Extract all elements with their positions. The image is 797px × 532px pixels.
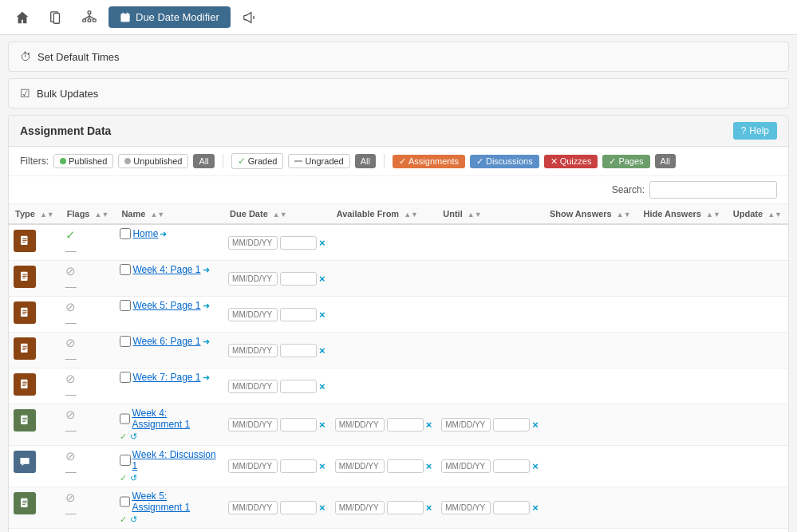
discussions-pill[interactable]: ✓ Discussions [470,155,539,168]
clear-date-button[interactable]: × [319,460,326,472]
date-input[interactable] [228,272,278,286]
all-published-filter[interactable]: All [193,154,214,168]
item-name-link[interactable]: Week 7: Page 1 [132,372,200,383]
time-input[interactable] [387,459,424,473]
date-input[interactable] [441,501,491,514]
time-input[interactable] [493,418,530,432]
date-input[interactable] [441,459,491,473]
row-select-checkbox[interactable] [120,455,130,466]
all-graded-filter[interactable]: All [355,154,376,168]
time-input[interactable] [280,344,317,357]
time-input[interactable] [280,272,317,286]
graded-filter[interactable]: ✓ Graded [231,153,284,169]
pages-nav-button[interactable] [41,3,70,32]
time-input[interactable] [280,501,317,514]
row-select-checkbox[interactable] [120,496,130,507]
th-until[interactable]: Until ▲▼ [436,204,543,224]
search-input[interactable] [649,181,777,199]
row-select-checkbox[interactable] [120,413,130,424]
row-select-checkbox[interactable] [120,372,131,383]
clear-date-button[interactable]: × [319,380,326,392]
clear-date-button[interactable]: × [319,345,326,357]
date-input[interactable] [228,236,278,250]
item-name-link[interactable]: Week 4: Assignment 1 [132,408,219,430]
all-types-filter[interactable]: All [655,154,676,168]
th-flags[interactable]: Flags ▲▼ [61,204,116,224]
time-input[interactable] [280,418,317,432]
assignments-pill[interactable]: ✓ Assignments [393,155,465,168]
item-name-link[interactable]: Week 5: Assignment 1 [132,491,219,513]
nav-arrow-icon[interactable]: ➜ [160,229,167,239]
time-input[interactable] [280,380,317,393]
time-input[interactable] [280,236,317,250]
table-row: ⊘ — Week 5: Page 1 ➜ × [9,297,788,333]
sub-redo-icon[interactable]: ↺ [130,514,137,525]
set-default-times-section[interactable]: ⏱ Set Default Times [8,41,789,72]
row-select-checkbox[interactable] [120,336,131,347]
clear-date-button[interactable]: × [319,419,326,431]
clear-date-button[interactable]: × [319,273,326,285]
time-input[interactable] [280,459,317,473]
time-input[interactable] [280,308,317,321]
ungraded-filter[interactable]: Ungraded [288,154,349,168]
sub-redo-icon[interactable]: ↺ [130,473,137,483]
nav-arrow-icon[interactable]: ➜ [203,265,210,275]
time-input[interactable] [387,418,424,432]
clear-date-button[interactable]: × [532,419,539,431]
nav-arrow-icon[interactable]: ➜ [203,301,210,311]
row-select-checkbox[interactable] [120,264,131,275]
bulk-updates-section[interactable]: ☑ Bulk Updates [8,78,789,108]
date-input[interactable] [335,418,385,432]
time-input[interactable] [387,501,424,514]
type-cell [9,333,61,368]
item-name-link[interactable]: Week 5: Page 1 [132,300,200,311]
item-name-link[interactable]: Home [132,228,158,239]
pages-pill[interactable]: ✓ Pages [602,155,649,168]
date-input[interactable] [228,501,278,514]
clear-date-button[interactable]: × [319,502,326,514]
time-input[interactable] [493,501,530,514]
date-input[interactable] [228,459,278,473]
sub-icons: ✓ ↺ [120,473,219,483]
quizzes-pill[interactable]: ✕ Quizzes [544,155,598,168]
th-type[interactable]: Type ▲▼ [9,204,61,224]
date-input[interactable] [228,418,278,432]
item-name-link[interactable]: Week 4: Page 1 [132,264,200,275]
home-nav-button[interactable] [8,3,37,32]
unpublished-filter[interactable]: Unpublished [118,154,188,168]
item-name-link[interactable]: Week 6: Page 1 [132,336,200,347]
clear-date-button[interactable]: × [532,460,539,472]
clear-date-button[interactable]: × [426,460,432,472]
th-name[interactable]: Name ▲▼ [115,204,223,224]
date-input[interactable] [228,308,278,321]
clear-date-button[interactable]: × [532,502,539,514]
clock-icon: ⏱ [20,50,31,63]
date-input[interactable] [441,418,491,432]
megaphone-nav-button[interactable] [235,3,264,32]
th-available[interactable]: Available From ▲▼ [330,204,437,224]
clear-date-button[interactable]: × [319,309,326,321]
due-date-modifier-tab[interactable]: Due Date Modifier [109,6,231,28]
time-input[interactable] [493,459,530,473]
clear-date-button[interactable]: × [319,237,326,249]
date-input[interactable] [335,459,385,473]
sub-redo-icon[interactable]: ↺ [130,432,137,442]
date-input[interactable] [228,380,278,393]
th-update[interactable]: Update ▲▼ [727,204,788,224]
flag-unpublished-icon: ⊘ [65,264,111,278]
clear-date-button[interactable]: × [426,419,432,431]
published-filter[interactable]: Published [53,154,113,168]
help-button[interactable]: ? Help [733,122,777,140]
nav-arrow-icon[interactable]: ➜ [203,372,210,383]
nav-arrow-icon[interactable]: ➜ [203,337,210,347]
row-select-checkbox[interactable] [120,228,131,239]
sitemap-nav-button[interactable] [75,3,104,32]
date-input[interactable] [335,501,385,514]
date-input[interactable] [228,344,278,357]
th-show-answers[interactable]: Show Answers ▲▼ [543,204,637,224]
th-hide-answers[interactable]: Hide Answers ▲▼ [637,204,727,224]
clear-date-button[interactable]: × [426,502,432,514]
row-select-checkbox[interactable] [120,300,131,311]
th-due[interactable]: Due Date ▲▼ [223,204,330,224]
item-name-link[interactable]: Week 4: Discussion 1 [132,449,219,471]
